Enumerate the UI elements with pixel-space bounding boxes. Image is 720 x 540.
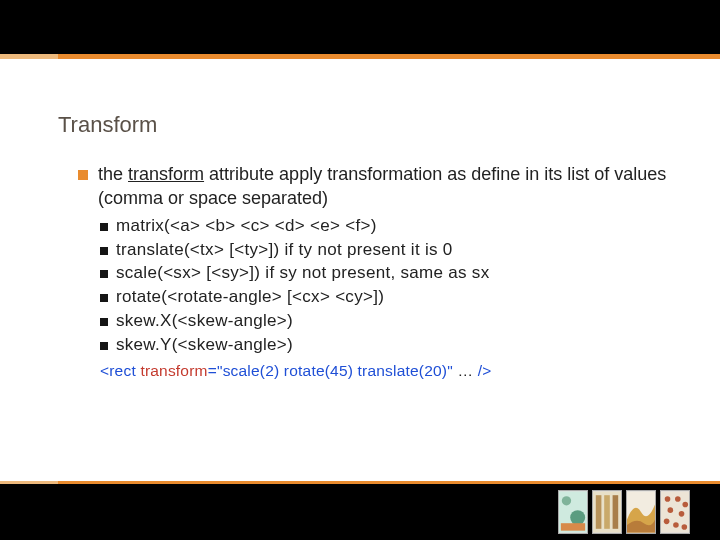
svg-rect-6	[604, 495, 610, 529]
thumbnail	[626, 490, 656, 534]
sub-bullet: skew.X(<skew-angle>)	[100, 310, 678, 333]
slide-heading: Transform	[58, 112, 157, 138]
content-area: the transform attribute apply transforma…	[78, 162, 678, 382]
svg-rect-7	[613, 495, 619, 529]
code-tag-close: />	[478, 362, 492, 379]
svg-point-10	[665, 496, 671, 502]
sub-bullet: matrix(<a> <b> <c> <d> <e> <f>)	[100, 215, 678, 238]
sub-bullet: scale(<sx> [<sy>]) if sy not present, sa…	[100, 262, 678, 285]
sub-bullet-list: matrix(<a> <b> <c> <d> <e> <f>) translat…	[100, 215, 678, 358]
svg-point-17	[682, 524, 688, 530]
code-tag-open: <rect	[100, 362, 140, 379]
top-orange-rule	[0, 54, 720, 59]
code-ellipsis: …	[453, 362, 478, 379]
svg-point-13	[668, 507, 674, 513]
svg-point-14	[679, 511, 685, 517]
slide: Transform the transform attribute apply …	[0, 0, 720, 540]
sub-bullet-text: matrix(<a> <b> <c> <d> <e> <f>)	[116, 215, 377, 238]
sub-bullet-icon	[100, 294, 108, 302]
svg-point-1	[562, 496, 571, 505]
sub-bullet-text: rotate(<rotate-angle> [<cx> <cy>])	[116, 286, 384, 309]
code-example: <rect transform="scale(2) rotate(45) tra…	[100, 361, 678, 382]
thumbnail	[592, 490, 622, 534]
top-orange-rule-light	[0, 54, 58, 59]
main-bullet-text: the transform attribute apply transforma…	[98, 162, 678, 211]
svg-point-15	[664, 519, 670, 525]
top-black-band	[0, 0, 720, 54]
thumbnail-strip	[558, 490, 690, 534]
sub-bullet-icon	[100, 342, 108, 350]
bullet-icon	[78, 170, 88, 180]
thumbnail	[558, 490, 588, 534]
svg-point-11	[675, 496, 681, 502]
svg-rect-5	[596, 495, 602, 529]
code-attr-name: transform	[140, 362, 207, 379]
svg-point-12	[682, 502, 688, 508]
svg-point-16	[673, 522, 679, 528]
code-attr-value: "scale(2) rotate(45) translate(20)"	[217, 362, 453, 379]
main-bullet-prefix: the	[98, 164, 128, 184]
sub-bullet-text: skew.Y(<skew-angle>)	[116, 334, 293, 357]
sub-bullet-icon	[100, 270, 108, 278]
sub-bullet: skew.Y(<skew-angle>)	[100, 334, 678, 357]
main-bullet-underlined: transform	[128, 164, 204, 184]
main-bullet: the transform attribute apply transforma…	[78, 162, 678, 211]
sub-bullet-icon	[100, 247, 108, 255]
svg-point-2	[570, 510, 585, 525]
sub-bullet-text: translate(<tx> [<ty>]) if ty not present…	[116, 239, 453, 262]
sub-bullet: rotate(<rotate-angle> [<cx> <cy>])	[100, 286, 678, 309]
thumbnail	[660, 490, 690, 534]
sub-bullet-text: skew.X(<skew-angle>)	[116, 310, 293, 333]
sub-bullet-icon	[100, 223, 108, 231]
svg-rect-3	[561, 523, 585, 530]
sub-bullet-icon	[100, 318, 108, 326]
code-equals: =	[208, 362, 217, 379]
sub-bullet-text: scale(<sx> [<sy>]) if sy not present, sa…	[116, 262, 489, 285]
sub-bullet: translate(<tx> [<ty>]) if ty not present…	[100, 239, 678, 262]
